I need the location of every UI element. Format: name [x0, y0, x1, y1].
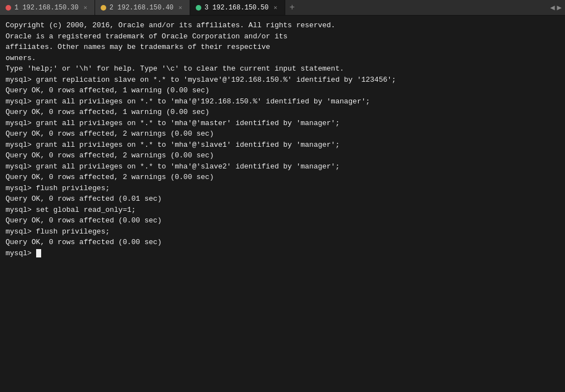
terminal-line: Query OK, 0 rows affected (0.00 sec): [6, 215, 559, 226]
tab-3-close[interactable]: ✕: [272, 3, 279, 12]
tab-bar: 1 192.168.150.30 ✕ 2 192.168.150.40 ✕ 3 …: [0, 0, 565, 16]
new-tab-button[interactable]: +: [285, 0, 300, 15]
terminal-line: Query OK, 0 rows affected, 2 warnings (0…: [6, 150, 559, 161]
tab-1[interactable]: 1 192.168.150.30 ✕: [0, 0, 95, 15]
terminal-line: affiliates. Other names may be trademark…: [6, 42, 559, 53]
tab-nav-next[interactable]: ▶: [557, 3, 562, 12]
terminal-line: mysql>: [6, 248, 559, 259]
terminal-line: Oracle is a registered trademark of Orac…: [6, 31, 559, 42]
terminal-line: owners.: [6, 53, 559, 64]
tab-3-dot: [196, 5, 201, 11]
terminal-line: Type 'help;' or '\h' for help. Type '\c'…: [6, 63, 559, 75]
tab-2[interactable]: 2 192.168.150.40 ✕: [95, 0, 190, 15]
terminal-cursor: [36, 249, 41, 257]
tab-1-label: 1 192.168.150.30: [14, 4, 78, 12]
terminal-line: Query OK, 0 rows affected (0.00 sec): [6, 237, 559, 248]
terminal-line: mysql> set global read_only=1;: [6, 205, 559, 216]
terminal-line: mysql> grant all privileges on *.* to 'm…: [6, 161, 559, 172]
terminal-line: mysql> grant all privileges on *.* to 'm…: [6, 140, 559, 151]
tab-2-label: 2 192.168.150.40: [110, 4, 174, 12]
tab-2-dot: [101, 5, 106, 11]
tab-3[interactable]: 3 192.168.150.50 ✕: [190, 0, 285, 15]
tab-2-close[interactable]: ✕: [177, 3, 184, 12]
terminal-line: Query OK, 0 rows affected, 1 warning (0.…: [6, 107, 559, 118]
tab-nav: ◀ ▶: [547, 0, 565, 15]
terminal-line: mysql> flush privileges;: [6, 226, 559, 237]
tab-1-close[interactable]: ✕: [82, 3, 89, 12]
terminal-line: mysql> grant replication slave on *.* to…: [6, 75, 559, 86]
terminal-line: Query OK, 0 rows affected, 1 warning (0.…: [6, 85, 559, 96]
terminal-line: Query OK, 0 rows affected (0.01 sec): [6, 193, 559, 205]
tab-1-dot: [6, 5, 11, 11]
terminal-output[interactable]: Copyright (c) 2000, 2016, Oracle and/or …: [0, 16, 565, 392]
terminal-line: mysql> grant all privileges on *.* to 'm…: [6, 118, 559, 129]
tab-3-label: 3 192.168.150.50: [205, 4, 269, 12]
terminal-line: Query OK, 0 rows affected, 2 warnings (0…: [6, 128, 559, 140]
terminal-line: mysql> flush privileges;: [6, 183, 559, 194]
tab-nav-prev[interactable]: ◀: [550, 3, 554, 12]
terminal-line: Copyright (c) 2000, 2016, Oracle and/or …: [6, 20, 559, 31]
terminal-line: Query OK, 0 rows affected, 2 warnings (0…: [6, 172, 559, 183]
terminal-line: mysql> grant all privileges on *.* to 'm…: [6, 96, 559, 107]
